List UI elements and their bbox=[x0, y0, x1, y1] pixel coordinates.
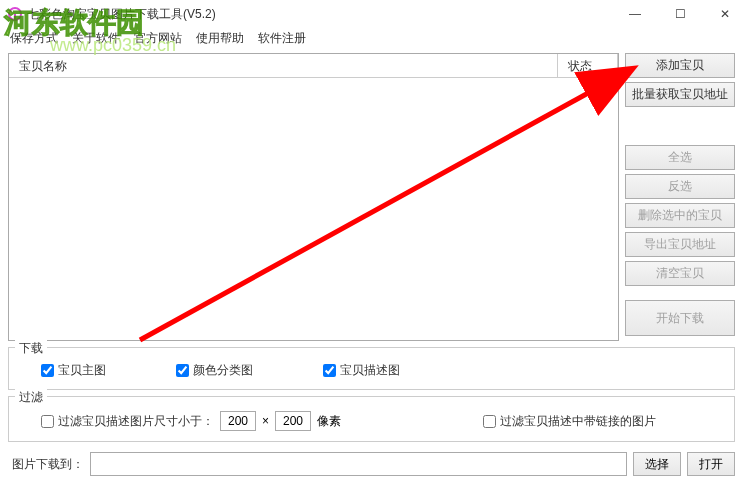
start-download-button[interactable]: 开始下载 bbox=[625, 300, 735, 336]
batch-fetch-button[interactable]: 批量获取宝贝地址 bbox=[625, 82, 735, 107]
download-path-row: 图片下载到： 选择 打开 bbox=[0, 442, 743, 486]
download-path-input[interactable] bbox=[90, 452, 627, 476]
window-title: 七彩色淘宝宝贝图片下载工具(V5.2) bbox=[27, 6, 625, 23]
close-button[interactable]: ✕ bbox=[715, 4, 735, 24]
menu-save-mode[interactable]: 保存方式 bbox=[10, 30, 58, 47]
column-name[interactable]: 宝贝名称 bbox=[9, 54, 558, 77]
filter-size-checkbox[interactable]: 过滤宝贝描述图片尺寸小于： bbox=[41, 413, 214, 430]
download-group-title: 下载 bbox=[15, 340, 47, 357]
invert-selection-button[interactable]: 反选 bbox=[625, 174, 735, 199]
menu-register[interactable]: 软件注册 bbox=[258, 30, 306, 47]
filter-link-checkbox[interactable]: 过滤宝贝描述中带链接的图片 bbox=[483, 413, 656, 430]
menu-bar: 保存方式 关于软件 官方网站 使用帮助 软件注册 bbox=[0, 28, 743, 53]
clear-items-button[interactable]: 清空宝贝 bbox=[625, 261, 735, 286]
filter-group: 过滤 过滤宝贝描述图片尺寸小于： × 像素 过滤宝贝描述中带链接的图片 bbox=[8, 396, 735, 442]
open-path-button[interactable]: 打开 bbox=[687, 452, 735, 476]
filter-group-title: 过滤 bbox=[15, 389, 47, 406]
export-urls-button[interactable]: 导出宝贝地址 bbox=[625, 232, 735, 257]
delete-selected-button[interactable]: 删除选中的宝贝 bbox=[625, 203, 735, 228]
menu-help[interactable]: 使用帮助 bbox=[196, 30, 244, 47]
menu-about[interactable]: 关于软件 bbox=[72, 30, 120, 47]
color-image-checkbox[interactable]: 颜色分类图 bbox=[176, 362, 253, 379]
app-icon bbox=[8, 7, 22, 21]
filter-size-unit: 像素 bbox=[317, 413, 341, 430]
column-status[interactable]: 状态 bbox=[558, 54, 618, 77]
filter-width-input[interactable] bbox=[220, 411, 256, 431]
desc-image-checkbox[interactable]: 宝贝描述图 bbox=[323, 362, 400, 379]
download-path-label: 图片下载到： bbox=[8, 456, 84, 473]
download-group: 下载 宝贝主图 颜色分类图 宝贝描述图 bbox=[8, 347, 735, 390]
choose-path-button[interactable]: 选择 bbox=[633, 452, 681, 476]
title-bar: 七彩色淘宝宝贝图片下载工具(V5.2) — ☐ ✕ bbox=[0, 0, 743, 28]
minimize-button[interactable]: — bbox=[625, 4, 645, 24]
add-item-button[interactable]: 添加宝贝 bbox=[625, 53, 735, 78]
table-header: 宝贝名称 状态 bbox=[9, 54, 618, 78]
maximize-button[interactable]: ☐ bbox=[670, 4, 690, 24]
item-table[interactable]: 宝贝名称 状态 bbox=[8, 53, 619, 341]
filter-size-x: × bbox=[262, 414, 269, 428]
menu-website[interactable]: 官方网站 bbox=[134, 30, 182, 47]
filter-height-input[interactable] bbox=[275, 411, 311, 431]
main-image-checkbox[interactable]: 宝贝主图 bbox=[41, 362, 106, 379]
select-all-button[interactable]: 全选 bbox=[625, 145, 735, 170]
